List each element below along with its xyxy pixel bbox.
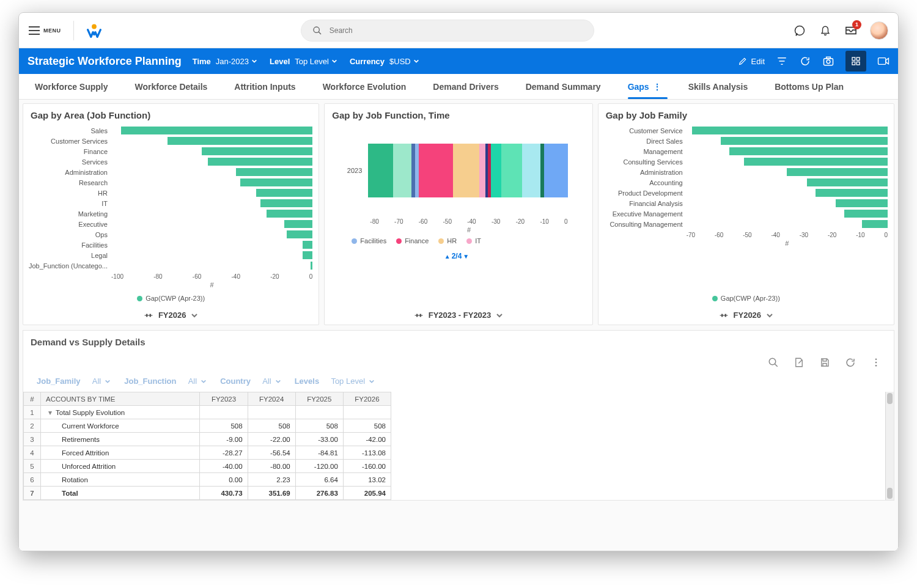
- svg-rect-20: [724, 314, 726, 317]
- notification-badge: 1: [852, 20, 861, 29]
- table-row[interactable]: 7Total430.73351.69276.83205.94: [24, 487, 391, 500]
- table-row[interactable]: 3Retirements-9.00-22.00-33.00-42.00: [24, 433, 391, 446]
- tab-skills-analysis[interactable]: Skills Analysis: [675, 74, 762, 99]
- save-icon[interactable]: [819, 357, 830, 368]
- filter-country[interactable]: Country All: [220, 377, 281, 386]
- panel-title: Gap by Job Family: [598, 104, 894, 123]
- inbox-icon[interactable]: 1: [844, 24, 858, 37]
- details-filters: Job_Family All Job_Function All Country …: [23, 374, 894, 392]
- chart-gap-by-function-time: 2023 -80-70-60-50-40-30-20-100 # Facilit…: [325, 123, 592, 306]
- panel-gap-by-area: Gap by Area (Job Function) SalesCustomer…: [23, 103, 319, 325]
- refresh-icon[interactable]: [845, 357, 856, 368]
- tab-demand-summary[interactable]: Demand Summary: [512, 74, 614, 99]
- tab-workforce-details[interactable]: Workforce Details: [122, 74, 221, 99]
- tab-attrition-inputs[interactable]: Attrition Inputs: [221, 74, 309, 99]
- svg-point-0: [92, 24, 97, 29]
- pencil-icon: [738, 56, 748, 66]
- details-toolbar: [23, 353, 894, 374]
- details-table: #ACCOUNTS BY TIMEFY2023FY2024FY2025FY202…: [23, 392, 391, 500]
- context-value-dropdown[interactable]: $USD: [389, 57, 419, 66]
- edit-button[interactable]: Edit: [738, 56, 765, 66]
- table-row[interactable]: 2Current Workforce508508508508: [24, 419, 391, 433]
- divider: [73, 21, 74, 40]
- filter-job_family[interactable]: Job_Family All: [37, 377, 111, 386]
- svg-rect-14: [149, 314, 150, 317]
- grid-view-icon[interactable]: [845, 51, 866, 72]
- tab-bottoms-up-plan[interactable]: Bottoms Up Plan: [761, 74, 857, 99]
- panel-footer-3[interactable]: FY2026: [598, 306, 894, 325]
- table-row[interactable]: 4Forced Attrition-28.27-56.54-84.81-113.…: [24, 446, 391, 460]
- svg-point-5: [827, 60, 830, 64]
- slider-icon: [719, 312, 729, 319]
- tab-workforce-evolution[interactable]: Workforce Evolution: [309, 74, 420, 99]
- svg-rect-6: [827, 57, 831, 59]
- svg-line-22: [775, 364, 778, 367]
- tabs: Workforce SupplyWorkforce DetailsAttriti…: [19, 74, 898, 100]
- edit-sheet-icon[interactable]: [794, 357, 805, 368]
- context-value-dropdown[interactable]: Top Level: [295, 57, 337, 66]
- search-icon: [312, 26, 322, 35]
- svg-rect-13: [146, 314, 147, 317]
- svg-line-2: [319, 32, 321, 34]
- avatar[interactable]: [870, 21, 888, 40]
- menu-button[interactable]: MENU: [29, 26, 61, 35]
- camera-icon[interactable]: [822, 55, 834, 67]
- legend-pager[interactable]: ▲2/4▼: [327, 252, 586, 260]
- menu-label: MENU: [43, 28, 61, 34]
- chat-icon[interactable]: [793, 24, 806, 37]
- table-row[interactable]: 1▾Total Supply Evolution: [24, 406, 391, 419]
- content: Gap by Area (Job Function) SalesCustomer…: [19, 100, 898, 551]
- refresh-icon[interactable]: [799, 55, 811, 67]
- hamburger-icon: [29, 26, 40, 35]
- svg-rect-11: [878, 58, 886, 65]
- scrollbar-vertical[interactable]: [885, 392, 894, 500]
- svg-rect-9: [852, 62, 855, 65]
- chart-gap-by-family: Customer ServiceDirect SalesManagementCo…: [598, 123, 894, 291]
- page-title: Strategic Workforce Planning: [28, 55, 182, 68]
- context-label: Currency: [350, 57, 385, 66]
- chevron-down-icon: [766, 312, 773, 319]
- logo[interactable]: [86, 23, 102, 39]
- svg-rect-19: [721, 314, 723, 317]
- tab-workforce-supply[interactable]: Workforce Supply: [21, 74, 122, 99]
- video-icon[interactable]: [877, 55, 889, 67]
- filter-job_function[interactable]: Job_Function All: [124, 377, 207, 386]
- svg-point-25: [875, 365, 877, 367]
- svg-point-21: [769, 358, 776, 365]
- kebab-icon[interactable]: [871, 357, 882, 368]
- tab-gaps[interactable]: Gaps⋮: [614, 74, 675, 99]
- svg-rect-7: [852, 57, 855, 61]
- bell-icon[interactable]: [819, 24, 832, 37]
- chevron-down-icon: [191, 312, 198, 319]
- search-icon[interactable]: [768, 357, 779, 368]
- topbar: MENU 1: [19, 13, 898, 48]
- slider-icon: [414, 312, 424, 319]
- search-input[interactable]: [330, 26, 583, 35]
- panel-title: Gap by Job Function, Time: [325, 104, 592, 123]
- chart-gap-by-area: SalesCustomer ServicesFinanceServicesAdm…: [23, 123, 319, 291]
- svg-rect-17: [419, 314, 421, 317]
- panel-gap-by-family: Gap by Job Family Customer ServiceDirect…: [598, 103, 894, 325]
- context-label: Level: [270, 57, 290, 66]
- search-box[interactable]: [301, 20, 594, 42]
- svg-point-24: [875, 362, 877, 364]
- table-row[interactable]: 6Rotation0.002.236.6413.02: [24, 473, 391, 487]
- svg-rect-8: [856, 57, 860, 61]
- panel-footer-1[interactable]: FY2026: [23, 306, 319, 325]
- svg-point-23: [875, 358, 877, 360]
- slider-icon: [144, 312, 153, 319]
- panel-demand-vs-supply: Demand vs Supply Details Job_Family All …: [23, 330, 894, 501]
- filter-icon[interactable]: [776, 55, 788, 67]
- details-table-wrap: #ACCOUNTS BY TIMEFY2023FY2024FY2025FY202…: [23, 392, 894, 500]
- chevron-down-icon: [496, 312, 503, 319]
- svg-point-1: [314, 27, 319, 32]
- filter-levels[interactable]: Levels Top Level: [295, 377, 375, 386]
- context-bar: Strategic Workforce Planning Time Jan-20…: [19, 48, 898, 74]
- context-label: Time: [193, 57, 211, 66]
- panel-footer-2[interactable]: FY2023 - FY2023: [325, 306, 592, 325]
- svg-rect-10: [856, 62, 860, 65]
- tab-demand-drivers[interactable]: Demand Drivers: [419, 74, 512, 99]
- details-title: Demand vs Supply Details: [23, 331, 894, 353]
- context-value-dropdown[interactable]: Jan-2023: [216, 57, 257, 66]
- table-row[interactable]: 5Unforced Attrition-40.00-80.00-120.00-1…: [24, 460, 391, 473]
